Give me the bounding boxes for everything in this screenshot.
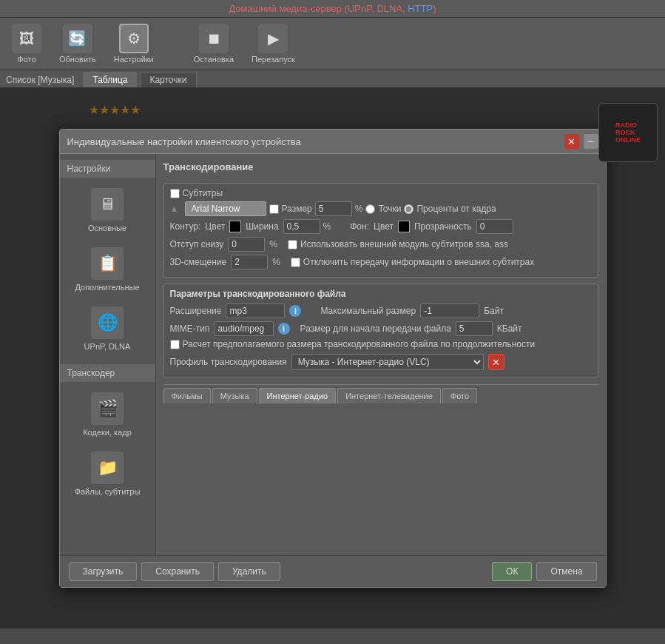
transfer-size-label: Размер для начала передачи файла xyxy=(300,323,451,334)
toolbar-photo-label: Фото xyxy=(17,55,36,64)
tab-music[interactable]: Музыка xyxy=(212,388,257,403)
max-size-unit: Байт xyxy=(484,306,504,316)
ok-button[interactable]: ОК xyxy=(492,562,532,581)
modal-close-button[interactable]: ✕ xyxy=(564,134,579,149)
bg-color-box[interactable] xyxy=(398,221,410,232)
size-label: Размер xyxy=(282,204,312,214)
tab-table[interactable]: Таблица xyxy=(83,72,137,87)
3d-shift-label: 3D-смещение xyxy=(170,257,227,267)
bottom-margin-input[interactable] xyxy=(228,237,265,252)
toolbar-photo[interactable]: 🖼 Фото xyxy=(6,21,47,67)
content-area: ★★★★★ Индивидуальные настройки клиентско… xyxy=(0,88,665,628)
3d-percent: % xyxy=(272,257,280,267)
stop-icon: ⏹ xyxy=(199,24,229,53)
modal-body: Настройки 🖥 Основные 📋 Дополнительные 🌐 … xyxy=(60,154,606,555)
radio-text: RADIOROCKONLINE xyxy=(615,121,641,144)
toolbar-stop-label: Остановка xyxy=(194,55,234,64)
use-external-label: Использовать внешний модуль субтитров ss… xyxy=(300,239,508,249)
size-input[interactable] xyxy=(315,201,352,216)
transfer-size-input[interactable] xyxy=(456,321,493,336)
tab-photo[interactable]: Фото xyxy=(442,388,477,403)
percent-frame-label: Проценты от кадра xyxy=(416,204,496,214)
nav-advanced[interactable]: 📋 Дополнительные xyxy=(63,241,152,298)
upnp-dlna-icon: 🌐 xyxy=(91,306,124,339)
tab-internet-radio[interactable]: Интернет-радио xyxy=(259,388,337,403)
delete-profile-button[interactable]: Удалить xyxy=(218,562,280,581)
settings-icon: ⚙ xyxy=(119,24,149,53)
bg-label: Фон: xyxy=(350,221,369,232)
basic-settings-icon: 🖥 xyxy=(91,188,124,221)
mime-info-icon[interactable]: i xyxy=(278,323,290,335)
transparency-input[interactable] xyxy=(476,219,513,234)
left-panel: Настройки 🖥 Основные 📋 Дополнительные 🌐 … xyxy=(60,154,156,555)
transcoded-file-section: Параметры транскодированного файла Расши… xyxy=(163,284,598,378)
toolbar-refresh[interactable]: 🔄 Обновить xyxy=(53,21,102,67)
tab-movies[interactable]: Фильмы xyxy=(163,388,211,403)
outline-color-box[interactable] xyxy=(229,221,241,232)
3d-shift-input[interactable] xyxy=(231,255,268,269)
extension-label: Расширение xyxy=(170,306,222,316)
subtitles-checkbox[interactable] xyxy=(170,189,180,198)
modal-overlay: Индивидуальные настройки клиентского уст… xyxy=(0,88,665,628)
bottom-margin-percent: % xyxy=(269,239,277,249)
modal-footer: Загрузить Сохранить Удалить ОК Отмена xyxy=(60,555,606,587)
extension-input[interactable] xyxy=(226,303,285,318)
subtitle-font-row: ▲ Размер % Точки xyxy=(170,201,592,216)
mime-row: MIME-тип i Размер для начала передачи фа… xyxy=(170,321,592,336)
percent-radio[interactable] xyxy=(404,204,413,214)
toolbar-stop[interactable]: ⏹ Остановка xyxy=(188,21,240,67)
tab-cards[interactable]: Карточки xyxy=(140,72,196,87)
nav-files-subtitles[interactable]: 📁 Файлы, субтитры xyxy=(63,446,152,502)
font-arrow-icon: ▲ xyxy=(170,204,182,214)
dots-radio-group: Точки xyxy=(365,204,401,214)
profile-select[interactable]: Музыка - Интернет-радио (VLC) xyxy=(291,354,484,370)
width-input[interactable] xyxy=(283,219,320,234)
dots-radio[interactable] xyxy=(365,204,375,214)
cancel-button[interactable]: Отмена xyxy=(536,562,596,581)
advanced-settings-icon: 📋 xyxy=(91,247,124,280)
transparency-label: Прозрачность xyxy=(414,221,472,232)
radio-logo: RADIOROCKONLINE xyxy=(598,103,658,162)
nav-upnp-dlna[interactable]: 🌐 UPnP, DLNA xyxy=(63,301,152,357)
max-size-label: Максимальный размер xyxy=(320,306,416,316)
use-external-checkbox[interactable] xyxy=(288,240,297,249)
percent-radio-group: Проценты от кадра xyxy=(404,204,496,214)
extension-info-icon[interactable]: i xyxy=(289,305,301,317)
modal-title-bar: Индивидуальные настройки клиентского уст… xyxy=(60,130,606,154)
title-http: HTTP xyxy=(408,3,433,14)
size-checkbox-group: Размер xyxy=(269,204,312,214)
transfer-size-unit: КБайт xyxy=(497,323,522,334)
subtitles-header-row: Субтитры xyxy=(170,188,592,198)
nav-basic[interactable]: 🖥 Основные xyxy=(63,182,152,238)
toolbar-settings[interactable]: ⚙ Настройки xyxy=(108,21,160,67)
outline-label: Контур: xyxy=(170,221,201,232)
subtab-bar: Список [Музыка] Таблица Карточки xyxy=(0,70,665,88)
files-subtitles-icon: 📁 xyxy=(91,452,124,484)
nav-basic-label: Основные xyxy=(88,224,126,232)
disable-external-checkbox[interactable] xyxy=(291,258,300,267)
nav-codecs[interactable]: 🎬 Кодеки, кадр xyxy=(63,386,152,443)
title-upnp: UPnP xyxy=(348,3,371,14)
max-size-input[interactable] xyxy=(420,303,479,318)
outline-color-label: Цвет xyxy=(205,221,225,232)
subtitles-section: Субтитры ▲ Размер % xyxy=(163,183,598,278)
subtitles-checkbox-group: Субтитры xyxy=(170,188,223,198)
calc-size-checkbox[interactable] xyxy=(170,340,180,349)
nav-codecs-label: Кодеки, кадр xyxy=(83,428,132,437)
toolbar-restart[interactable]: ▶ Перезапуск xyxy=(246,21,301,67)
size-checkbox[interactable] xyxy=(269,204,279,214)
save-button[interactable]: Сохранить xyxy=(141,562,214,581)
subtitle-font-input[interactable] xyxy=(185,201,266,216)
profile-delete-button[interactable]: ✕ xyxy=(488,354,504,370)
width-label: Ширина xyxy=(246,221,278,232)
modal-minimize-button[interactable]: ─ xyxy=(584,134,598,149)
tab-internet-tv[interactable]: Интернет-телевидение xyxy=(337,388,441,403)
load-button[interactable]: Загрузить xyxy=(69,562,138,581)
title-bar: Домашний медиа-сервер (UPnP, DLNA, HTTP) xyxy=(0,0,665,18)
size-percent: % xyxy=(355,204,363,214)
disable-external-group: Отключить передачу информации о внешних … xyxy=(291,257,534,267)
use-external-group: Использовать внешний модуль субтитров ss… xyxy=(288,239,508,249)
dots-label: Точки xyxy=(378,204,401,214)
title-dlna: DLNA xyxy=(377,3,402,14)
mime-input[interactable] xyxy=(215,321,274,336)
